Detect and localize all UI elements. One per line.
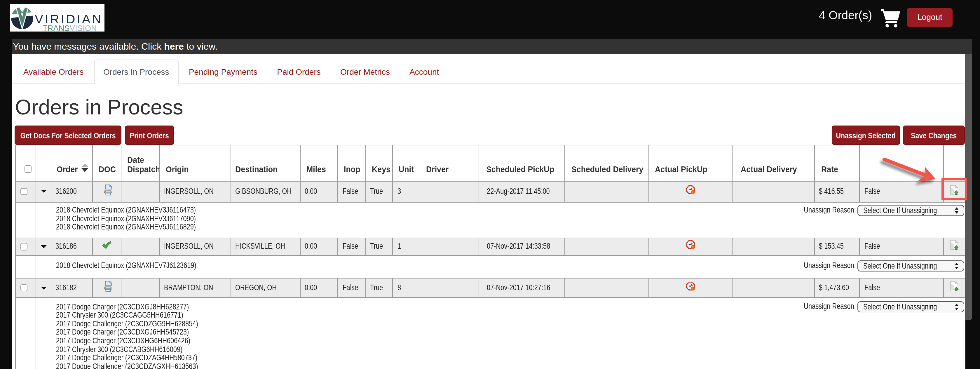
svg-text:TRANSVISION: TRANSVISION — [43, 24, 97, 32]
